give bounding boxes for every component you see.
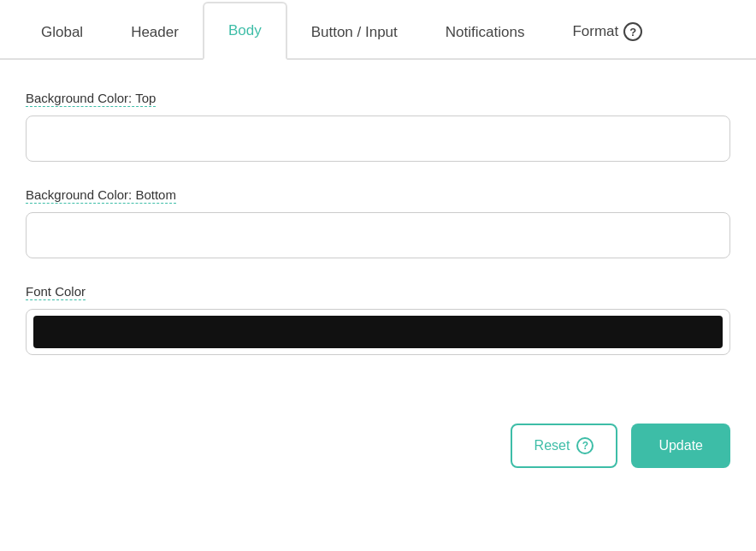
tab-global[interactable]: Global — [17, 5, 107, 60]
content-area: Background Color: Top Background Color: … — [0, 60, 756, 406]
update-button[interactable]: Update — [631, 424, 730, 468]
tab-body[interactable]: Body — [203, 2, 287, 60]
bg-bottom-field-group: Background Color: Bottom — [26, 187, 730, 258]
tab-format[interactable]: Format ? — [548, 3, 666, 60]
bg-top-label: Background Color: Top — [26, 91, 156, 107]
font-color-swatch[interactable] — [33, 316, 723, 348]
font-color-input-wrapper[interactable] — [26, 309, 730, 355]
tab-button-input[interactable]: Button / Input — [287, 5, 422, 60]
bg-bottom-input-wrapper[interactable] — [26, 212, 730, 258]
tab-notifications[interactable]: Notifications — [422, 5, 549, 60]
font-color-label: Font Color — [26, 284, 86, 300]
format-help-icon: ? — [623, 22, 642, 41]
tab-format-label: Format — [572, 23, 618, 40]
bg-bottom-label: Background Color: Bottom — [26, 187, 176, 204]
bg-bottom-swatch[interactable] — [33, 219, 723, 252]
reset-button[interactable]: Reset ? — [511, 424, 618, 468]
bg-top-field-group: Background Color: Top — [26, 91, 730, 162]
reset-button-label: Reset — [535, 438, 570, 453]
footer-actions: Reset ? Update — [0, 406, 756, 494]
font-color-field-group: Font Color — [26, 284, 730, 355]
bg-top-input-wrapper[interactable] — [26, 116, 730, 162]
reset-help-icon: ? — [576, 437, 594, 454]
tab-bar: Global Header Body Button / Input Notifi… — [0, 0, 756, 60]
bg-top-swatch[interactable] — [33, 122, 723, 155]
tab-header[interactable]: Header — [107, 5, 203, 60]
